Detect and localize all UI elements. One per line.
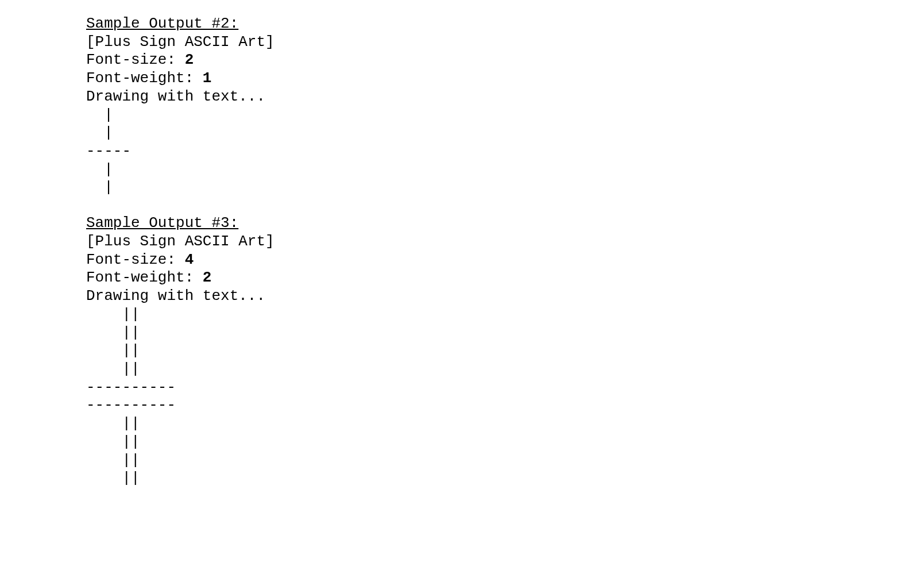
font-weight-label: Font-weight: <box>86 70 203 87</box>
font-size-label: Font-size: <box>86 251 185 268</box>
font-size-line-3: Font-size: 4 <box>86 251 901 269</box>
sample-output-3: Sample Output #3: [Plus Sign ASCII Art] … <box>86 214 901 488</box>
drawing-label-3: Drawing with text... <box>86 287 901 306</box>
font-size-value: 4 <box>185 251 194 268</box>
font-weight-value: 1 <box>203 70 212 87</box>
font-size-line-2: Font-size: 2 <box>86 51 901 70</box>
font-size-label: Font-size: <box>86 51 185 68</box>
sample-output-2: Sample Output #2: [Plus Sign ASCII Art] … <box>86 15 901 197</box>
font-weight-line-2: Font-weight: 1 <box>86 70 901 88</box>
font-size-value: 2 <box>185 51 194 68</box>
ascii-art-2: | | ----- | | <box>86 106 901 198</box>
document-page: Sample Output #2: [Plus Sign ASCII Art] … <box>0 0 924 488</box>
font-weight-line-3: Font-weight: 2 <box>86 269 901 287</box>
ascii-art-title-2: [Plus Sign ASCII Art] <box>86 33 901 52</box>
ascii-art-title-3: [Plus Sign ASCII Art] <box>86 233 901 251</box>
sample-heading-3: Sample Output #3: <box>86 214 901 233</box>
font-weight-value: 2 <box>203 269 212 286</box>
ascii-art-3: || || || || ---------- ---------- || || … <box>86 306 901 488</box>
font-weight-label: Font-weight: <box>86 269 203 286</box>
drawing-label-2: Drawing with text... <box>86 88 901 106</box>
sample-heading-2: Sample Output #2: <box>86 15 901 33</box>
